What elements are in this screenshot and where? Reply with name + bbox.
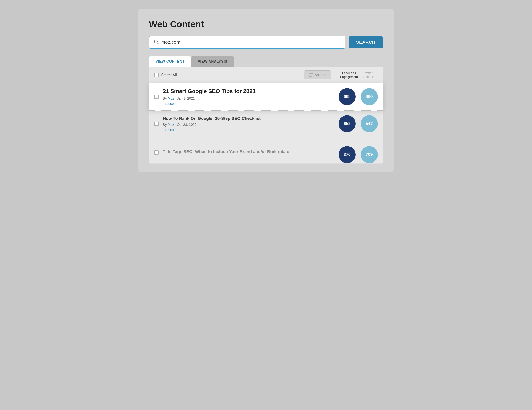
article-author-2: Moz: [168, 123, 174, 127]
article-title-2: How To Rank On Google: 25-Step SEO Check…: [163, 116, 334, 121]
actions-button[interactable]: Actions: [304, 70, 331, 79]
article-checkbox-2[interactable]: [154, 122, 159, 126]
select-all-label: Select All: [161, 73, 177, 77]
search-bar: SEARCH: [149, 36, 383, 49]
article-title-3: Title Tags SEO: When to Include Your Bra…: [163, 149, 334, 154]
article-row: Title Tags SEO: When to Include Your Bra…: [149, 137, 383, 163]
facebook-metric-2: 652: [339, 115, 356, 132]
toolbar-row: Select All Actions FacebookEngagement Tw…: [149, 67, 383, 83]
svg-rect-2: [309, 73, 313, 74]
article-meta-1: By Moz Jan 8, 2021: [163, 97, 334, 100]
article-metrics-2: 652 547: [339, 115, 378, 132]
article-author-1: Moz: [168, 97, 174, 100]
tabs: VIEW CONTENT VIEW ANALYSIS: [149, 56, 383, 67]
col-header-twitter: TwitterShares: [359, 71, 378, 79]
col-header-facebook: FacebookEngagement: [339, 71, 359, 79]
article-row: How To Rank On Google: 25-Step SEO Check…: [149, 110, 383, 137]
articles-list: 21 Smart Google SEO Tips for 2021 By Moz…: [149, 83, 383, 163]
page-container: Web Content SEARCH VIEW CONTENT VIEW ANA…: [138, 9, 394, 172]
select-all-wrapper: Select All: [154, 73, 177, 77]
search-button[interactable]: SEARCH: [349, 36, 383, 48]
twitter-metric-1: 860: [361, 88, 378, 105]
tab-view-content[interactable]: VIEW CONTENT: [149, 56, 191, 67]
facebook-metric-3: 370: [339, 146, 356, 163]
twitter-metric-2: 547: [361, 115, 378, 132]
select-all-checkbox[interactable]: [154, 73, 159, 77]
svg-rect-3: [309, 75, 313, 75]
article-url-1[interactable]: moz.com: [163, 102, 334, 106]
actions-icon: [309, 73, 313, 77]
facebook-metric-1: 668: [339, 88, 356, 105]
article-content-3: Title Tags SEO: When to Include Your Bra…: [163, 149, 334, 156]
search-input[interactable]: [161, 39, 341, 45]
article-title-1: 21 Smart Google SEO Tips for 2021: [163, 88, 334, 95]
search-icon: [154, 39, 159, 45]
article-row: 21 Smart Google SEO Tips for 2021 By Moz…: [149, 83, 383, 110]
article-url-2[interactable]: moz.com: [163, 128, 334, 132]
article-checkbox-3[interactable]: [154, 150, 159, 155]
article-content-1: 21 Smart Google SEO Tips for 2021 By Moz…: [163, 88, 334, 106]
twitter-metric-3: 709: [361, 146, 378, 163]
svg-line-1: [157, 43, 159, 44]
article-meta-2: By Moz Oct 28, 2020: [163, 123, 334, 127]
content-area: Select All Actions FacebookEngagement Tw…: [149, 67, 383, 164]
article-content-2: How To Rank On Google: 25-Step SEO Check…: [163, 116, 334, 132]
page-title: Web Content: [149, 19, 383, 29]
tab-view-analysis[interactable]: VIEW ANALYSIS: [191, 56, 234, 67]
article-checkbox-1[interactable]: [154, 95, 159, 99]
svg-rect-4: [309, 76, 312, 77]
article-metrics-3: 370 709: [339, 142, 378, 163]
article-metrics-1: 668 860: [339, 88, 378, 105]
article-date-1: Jan 8, 2021: [177, 97, 195, 100]
search-input-wrapper: [149, 36, 345, 49]
article-date-2: Oct 28, 2020: [177, 123, 197, 127]
